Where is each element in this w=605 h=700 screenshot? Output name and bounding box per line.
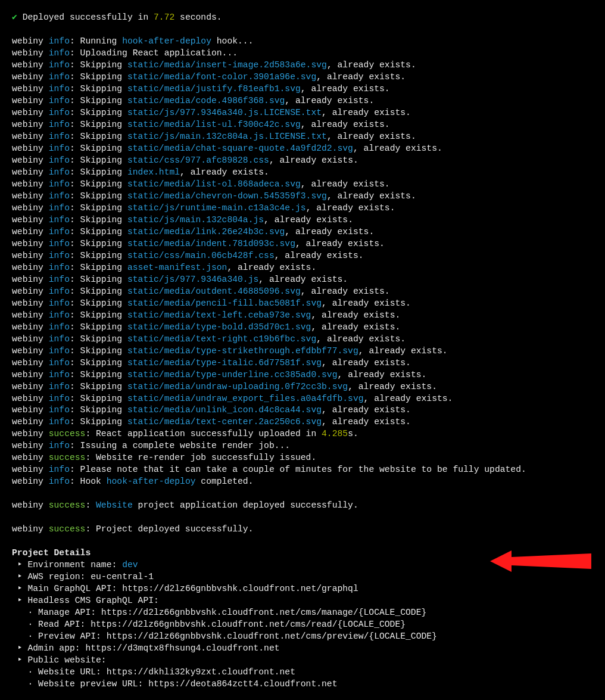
log-level: success [49, 429, 86, 438]
log-prefix: webiny [12, 346, 49, 356]
log-text: , already exists. [311, 310, 400, 320]
log-line: webiny info: Skipping static/css/main.06… [12, 250, 593, 262]
log-sep: : [70, 215, 80, 225]
log-path: static/js/main.132c804a.js [127, 215, 264, 225]
log-line: webiny success: Website re-render job su… [12, 452, 593, 464]
log-sep: : [70, 179, 80, 189]
log-text: , already exists. [322, 298, 411, 308]
log-level: info [49, 405, 70, 415]
log-level: info [49, 275, 70, 284]
log-prefix: webiny [12, 394, 49, 403]
log-line: webiny info: Skipping static/media/undra… [12, 381, 593, 393]
log-num: 4.285 [322, 429, 348, 438]
detail-item: ‣ Admin app: https://d3mqtx8fhsung4.clou… [12, 643, 593, 655]
log-text: Skipping [80, 108, 127, 117]
log-text: , already exists. [327, 191, 416, 201]
log-line: webiny info: Skipping static/media/code.… [12, 95, 593, 107]
log-path: static/js/runtime-main.c13a3c4e.js [127, 203, 306, 213]
log-text: Skipping [80, 191, 127, 201]
log-line: webiny info: Skipping static/media/unlin… [12, 405, 593, 416]
log-path: static/media/list-ol.868adeca.svg [127, 179, 301, 189]
log-prefix: webiny [12, 465, 49, 474]
log-level: info [49, 287, 70, 296]
log-level: info [49, 322, 70, 332]
detail-value: https://d3mqtx8fhsung4.cloudfront.net [85, 643, 279, 653]
log-line: webiny info: Skipping static/media/text-… [12, 310, 593, 322]
detail-label: ‣ Public website: [12, 655, 107, 665]
log-line: webiny info: Issuing a complete website … [12, 440, 593, 452]
log-sep: : [70, 191, 80, 201]
log-prefix: webiny [12, 60, 49, 70]
log-prefix: webiny [12, 500, 49, 510]
log-text: Skipping [80, 215, 127, 225]
log-path: index.html [127, 167, 180, 177]
log-text: Running [80, 36, 123, 46]
log-level: info [49, 36, 70, 46]
log-text: project application deployed successfull… [133, 500, 358, 510]
log-line: webiny info: Skipping static/js/977.9346… [12, 274, 593, 286]
log-prefix: webiny [12, 227, 49, 237]
log-sep: : [70, 322, 80, 332]
detail-sub-value: · Preview API: https://d2lz66gnbbvshk.cl… [12, 631, 437, 641]
log-text: , already exists. [301, 287, 390, 296]
log-line: webiny info: Skipping static/media/justi… [12, 83, 593, 95]
log-line: webiny success: React application succes… [12, 428, 593, 440]
log-sep: : [70, 239, 80, 248]
log-path: static/media/undraw-uploading.0f72cc3b.s… [127, 382, 348, 391]
log-text: Skipping [80, 84, 127, 94]
log-prefix: webiny [12, 358, 49, 368]
log-level: info [49, 417, 70, 427]
log-sep: : [85, 453, 96, 462]
detail-label: ‣ AWS region: [12, 572, 91, 581]
detail-subitem: · Website preview URL: https://deota864z… [12, 679, 593, 690]
log-level: info [49, 334, 70, 344]
detail-item: ‣ Main GraphQL API: https://d2lz66gnbbvs… [12, 583, 593, 595]
log-text: completed. [196, 477, 254, 486]
log-text: Please note that it can take a couple of… [80, 465, 526, 474]
detail-item: ‣ Environment name: dev [12, 559, 593, 571]
log-prefix: webiny [12, 453, 49, 462]
log-text: , already exists. [275, 251, 364, 260]
log-level: success [49, 500, 86, 510]
log-line: webiny info: Skipping static/media/type-… [12, 357, 593, 369]
log-prefix: webiny [12, 251, 49, 260]
log-prefix: webiny [12, 155, 49, 165]
log-path: static/media/link.26e24b3c.svg [127, 227, 285, 237]
log-sep: : [70, 298, 80, 308]
log-level: info [49, 215, 70, 225]
log-level: info [49, 191, 70, 201]
log-level: info [49, 72, 70, 82]
log-prefix: webiny [12, 524, 49, 534]
blank-line [12, 24, 593, 36]
log-level: success [49, 524, 86, 534]
log-level: info [49, 358, 70, 368]
log-line: webiny info: Skipping static/media/inden… [12, 238, 593, 250]
log-text: Skipping [80, 132, 127, 141]
log-text: , already exists. [322, 417, 411, 427]
log-path: hook-after-deploy [122, 36, 211, 46]
log-text: Skipping [80, 287, 127, 296]
log-line: webiny info: Skipping static/media/outde… [12, 286, 593, 298]
log-level: info [49, 167, 70, 177]
log-text: , already exists. [322, 358, 411, 368]
log-text: Skipping [80, 310, 127, 320]
log-sep: : [70, 346, 80, 356]
log-sep: : [70, 203, 80, 213]
terminal-output[interactable]: ✔ Deployed successfully in 7.72 seconds.… [0, 0, 605, 700]
log-level: info [49, 108, 70, 117]
detail-label: ‣ Admin app: [12, 643, 85, 653]
log-sep: : [70, 287, 80, 296]
log-sep: : [70, 405, 80, 415]
log-prefix: webiny [12, 120, 49, 129]
log-path: static/media/chevron-down.545359f3.svg [127, 191, 327, 201]
log-line: webiny info: Skipping static/js/runtime-… [12, 203, 593, 214]
detail-label: ‣ Headless CMS GraphQL API: [12, 596, 159, 605]
log-level: info [49, 465, 70, 474]
deploy-seconds: 7.72 [154, 13, 174, 22]
log-path: static/media/font-color.3901a96e.svg [127, 72, 316, 82]
log-level: info [49, 60, 70, 70]
detail-subitem: · Manage API: https://d2lz66gnbbvshk.clo… [12, 607, 593, 619]
blank-line [12, 512, 593, 524]
log-text: Skipping [80, 334, 127, 344]
log-path: static/media/text-center.2ac250c6.svg [127, 417, 322, 427]
